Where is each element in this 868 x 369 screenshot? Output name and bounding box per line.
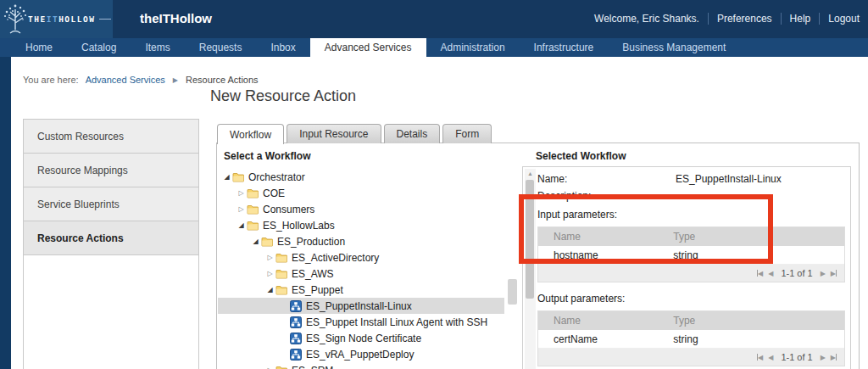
tab-details[interactable]: Details bbox=[384, 124, 441, 143]
panel-scrollbar-thumb[interactable] bbox=[526, 180, 534, 299]
tree-node-es-puppet[interactable]: ◢ES_Puppet bbox=[218, 282, 504, 298]
tree-node-consumers[interactable]: ▷Consumers bbox=[218, 201, 504, 217]
page-range-label: 1-1 of 1 bbox=[781, 268, 812, 278]
table-row: hostnamestring bbox=[538, 246, 844, 265]
table-row: certNamestring bbox=[538, 330, 844, 349]
logo-wordmark: THEITHOLLOW bbox=[28, 14, 95, 24]
logout-link[interactable]: Logout bbox=[828, 13, 860, 25]
table-header-row: NameType bbox=[538, 227, 844, 246]
table-footer: ◀◀1-1 of 1▶▶ bbox=[538, 349, 844, 366]
tree-node-es-sign-node-certificate[interactable]: ES_Sign Node Certificate bbox=[218, 330, 504, 346]
tree-node-es-puppet-install-linux-agent-with-ssh[interactable]: ES_Puppet Install Linux Agent with SSH bbox=[218, 314, 504, 330]
nav-item-infrastructure[interactable]: Infrastructure bbox=[520, 38, 609, 57]
sidebar: Custom ResourcesResource MappingsService… bbox=[23, 119, 199, 369]
panel-scrollbar[interactable]: ▲ bbox=[525, 169, 536, 369]
app-title: theITHollow bbox=[140, 11, 212, 25]
previous-page-icon[interactable]: ◀ bbox=[768, 354, 773, 361]
tree-node-es-srm[interactable]: ▷ES_SRM bbox=[218, 362, 504, 369]
preferences-link[interactable]: Preferences bbox=[717, 13, 772, 25]
tree-node-es-vra-puppetdeploy[interactable]: ES_vRA_PuppetDeploy bbox=[218, 346, 504, 362]
first-page-icon[interactable]: ◀ bbox=[757, 270, 763, 277]
workflow-icon bbox=[290, 349, 304, 361]
selected-workflow-heading: Selected Workflow bbox=[536, 150, 626, 162]
tree-node-orchestrator[interactable]: ◢Orchestrator bbox=[218, 169, 504, 185]
tree-toggle-icon[interactable]: ◢ bbox=[264, 286, 275, 294]
folder-icon bbox=[275, 252, 290, 263]
tree-node-label: ES_PuppetInstall-Linux bbox=[304, 300, 412, 312]
tab-bar: WorkflowInput ResourceDetailsForm bbox=[217, 124, 494, 143]
folder-icon bbox=[275, 268, 290, 279]
breadcrumb-link-advanced-services[interactable]: Advanced Services bbox=[86, 75, 165, 85]
breadcrumb: You are here: Advanced Services ▶ Resour… bbox=[23, 75, 259, 85]
output-parameters-table: NameTypecertNamestring◀◀1-1 of 1▶▶ bbox=[537, 310, 845, 366]
welcome-text: Welcome, Eric Shanks. bbox=[594, 13, 699, 25]
table-footer: ◀◀1-1 of 1▶▶ bbox=[538, 265, 844, 282]
tree-node-es-activedirectory[interactable]: ▷ES_ActiveDirectory bbox=[218, 249, 504, 266]
tree-toggle-icon[interactable]: ▷ bbox=[264, 254, 275, 261]
tree-toggle-icon[interactable]: ◢ bbox=[250, 238, 261, 245]
sidebar-item-resource-mappings[interactable]: Resource Mappings bbox=[24, 154, 198, 187]
nav-item-advanced-services[interactable]: Advanced Services bbox=[310, 38, 426, 57]
tree-node-es-aws[interactable]: ▷ES_AWS bbox=[218, 266, 504, 282]
output-parameters-label: Output parameters: bbox=[537, 293, 846, 305]
tree-toggle-icon[interactable]: ◢ bbox=[236, 221, 247, 229]
next-page-icon[interactable]: ▶ bbox=[821, 270, 826, 277]
folder-icon bbox=[247, 220, 261, 231]
workflow-tree: ◢Orchestrator▷COE▷Consumers◢ES_HollowLab… bbox=[218, 169, 504, 369]
breadcrumb-arrow-icon: ▶ bbox=[173, 76, 178, 84]
column-header-type: Type bbox=[670, 231, 844, 243]
tree-node-es-hollowlabs[interactable]: ◢ES_HollowLabs bbox=[218, 217, 504, 233]
tab-workflow[interactable]: Workflow bbox=[217, 124, 284, 144]
sidebar-item-resource-actions[interactable]: Resource Actions bbox=[24, 221, 198, 255]
tab-content: Select a Workflow Selected Workflow ◢Orc… bbox=[216, 143, 860, 369]
sidebar-item-custom-resources[interactable]: Custom Resources bbox=[24, 120, 198, 154]
main-nav: HomeCatalogItemsRequestsInboxAdvanced Se… bbox=[0, 38, 868, 57]
param-type-cell: string bbox=[670, 249, 844, 261]
left-edge-strip bbox=[0, 57, 11, 369]
breadcrumb-prefix: You are here: bbox=[23, 75, 79, 85]
input-parameters-table: NameTypehostnamestring◀◀1-1 of 1▶▶ bbox=[537, 226, 845, 282]
tree-scrollbar-thumb[interactable] bbox=[508, 279, 517, 305]
user-links: Welcome, Eric Shanks. Preferences Help L… bbox=[594, 13, 860, 25]
tree-toggle-icon[interactable]: ▷ bbox=[264, 270, 275, 277]
nav-item-inbox[interactable]: Inbox bbox=[256, 38, 309, 57]
sidebar-item-service-blueprints[interactable]: Service Blueprints bbox=[24, 187, 198, 221]
nav-item-business-management[interactable]: Business Management bbox=[608, 38, 740, 57]
tree-node-es-puppetinstall-linux[interactable]: ES_PuppetInstall-Linux bbox=[218, 298, 504, 314]
scroll-up-icon[interactable]: ▲ bbox=[525, 169, 536, 176]
tree-node-label: COE bbox=[261, 187, 285, 199]
nav-item-items[interactable]: Items bbox=[131, 38, 184, 57]
folder-icon bbox=[232, 171, 247, 182]
column-header-type: Type bbox=[670, 315, 844, 327]
tree-toggle-icon[interactable]: ▷ bbox=[236, 189, 247, 197]
workflow-icon bbox=[290, 333, 304, 344]
tree-toggle-icon[interactable]: ▷ bbox=[236, 205, 247, 213]
last-page-icon[interactable]: ▶ bbox=[831, 354, 837, 361]
nav-item-home[interactable]: Home bbox=[11, 38, 67, 57]
tree-toggle-icon[interactable]: ◢ bbox=[221, 173, 232, 181]
nav-item-catalog[interactable]: Catalog bbox=[67, 38, 131, 57]
name-label: Name: bbox=[537, 173, 676, 185]
tree-node-es-production[interactable]: ◢ES_Production bbox=[218, 233, 504, 249]
tree-node-label: ES_HollowLabs bbox=[261, 220, 335, 232]
first-page-icon[interactable]: ◀ bbox=[757, 354, 763, 361]
tree-node-label: ES_SRM bbox=[290, 365, 333, 369]
page-title: New Resource Action bbox=[210, 87, 356, 105]
last-page-icon[interactable]: ▶ bbox=[831, 270, 837, 277]
company-logo[interactable]: THEITHOLLOW bbox=[0, 0, 113, 38]
nav-item-administration[interactable]: Administration bbox=[426, 38, 520, 57]
tab-input-resource[interactable]: Input Resource bbox=[287, 124, 381, 143]
tab-form[interactable]: Form bbox=[442, 124, 492, 143]
selected-workflow-panel: ▲ Name: ES_PuppetInstall-Linux Descripti… bbox=[522, 166, 851, 369]
selected-workflow-details: Name: ES_PuppetInstall-Linux Description… bbox=[537, 167, 846, 366]
help-link[interactable]: Help bbox=[790, 13, 811, 25]
tree-node-label: Consumers bbox=[261, 204, 314, 215]
tree-node-coe[interactable]: ▷COE bbox=[218, 185, 504, 201]
tree-node-label: ES_Puppet Install Linux Agent with SSH bbox=[304, 316, 487, 328]
nav-item-requests[interactable]: Requests bbox=[185, 38, 257, 57]
folder-icon bbox=[247, 204, 261, 215]
separator bbox=[708, 13, 709, 25]
folder-icon bbox=[247, 187, 261, 198]
next-page-icon[interactable]: ▶ bbox=[821, 354, 826, 361]
previous-page-icon[interactable]: ◀ bbox=[768, 270, 773, 277]
